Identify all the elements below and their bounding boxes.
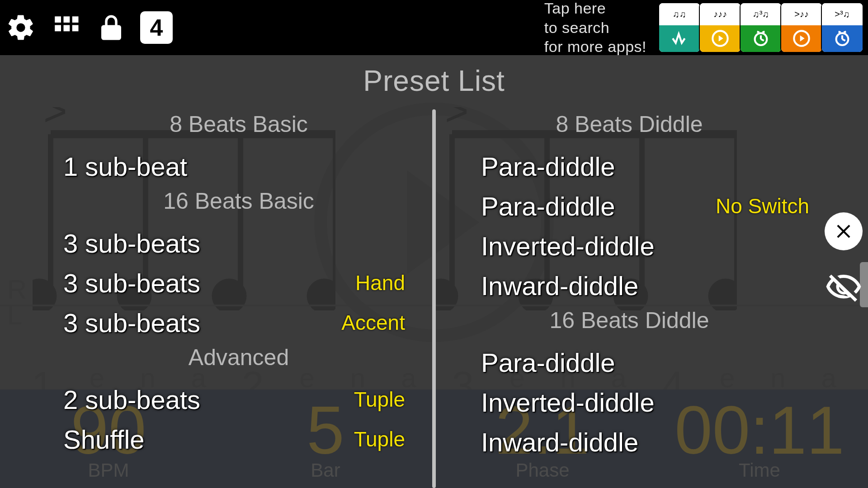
settings-icon[interactable] (5, 11, 37, 44)
preset-col-left: 8 Beats Basic1 sub-beat16 Beats Basic3 s… (45, 109, 432, 488)
app-tile-bot (781, 25, 822, 52)
preset-section-header: 8 Beats Diddle (436, 111, 823, 137)
app-tile-top: >♪♪ (781, 3, 822, 25)
preset-item-name: Shuffle (63, 424, 145, 455)
app-tile-bot (741, 25, 781, 52)
preset-list-panel: Preset List 8 Beats Basic1 sub-beat16 Be… (0, 55, 868, 488)
app-tile-2[interactable]: ♫³♫ (740, 2, 782, 53)
top-bar: 4 Tap here to search for more apps! ♫♫♪♪… (0, 0, 868, 55)
promo-line: for more apps! (544, 38, 646, 55)
app-tile-top: ♪♪♪ (700, 3, 741, 25)
app-tile-bot (822, 25, 863, 52)
preset-item[interactable]: 3 sub-beats (45, 223, 432, 263)
preset-item[interactable]: 3 sub-beatsHand (45, 263, 432, 303)
preset-item-name: Inverted-diddle (481, 387, 655, 418)
preset-section-header: Advanced (45, 344, 432, 371)
preset-item-tag: Tuple (354, 427, 419, 451)
preset-item-tag: Hand (355, 271, 419, 295)
preset-item-name: 1 sub-beat (63, 151, 187, 182)
visibility-off-icon (825, 268, 863, 307)
app-tile-top: ♫♫ (659, 3, 700, 25)
app-tile-1[interactable]: ♪♪♪ (699, 2, 741, 53)
preset-item[interactable]: 3 sub-beatsAccent (45, 303, 432, 343)
hide-button[interactable] (825, 268, 863, 306)
app-tile-3[interactable]: >♪♪ (780, 2, 823, 53)
preset-item[interactable]: Inverted-diddle (436, 382, 823, 422)
preset-item[interactable]: Inward-diddle (436, 266, 823, 305)
preset-list-title: Preset List (0, 55, 868, 98)
preset-item[interactable]: Inward-diddle (436, 422, 823, 462)
preset-item-tag: No Switch (716, 194, 809, 218)
preset-section-header: 16 Beats Diddle (436, 307, 823, 333)
preset-item[interactable]: Inverted-diddle (436, 226, 823, 266)
preset-section-header: 8 Beats Basic (45, 111, 432, 137)
preset-section-header: 16 Beats Basic (45, 188, 432, 214)
promo-line: to search (544, 19, 609, 36)
preset-item-name: Inverted-diddle (481, 231, 655, 261)
app-tile-top: ♫³♫ (741, 3, 781, 25)
preset-col-right: 8 Beats DiddlePara-diddlePara-diddleNo S… (436, 109, 823, 488)
time-signature-button[interactable]: 4 (140, 11, 173, 44)
close-button[interactable] (825, 212, 863, 250)
close-icon (832, 220, 855, 243)
app-tiles: ♫♫♪♪♪♫³♫>♪♪>³♫ (660, 2, 863, 53)
preset-item-name: Para-diddle (481, 347, 615, 378)
preset-item-tag: Tuple (354, 387, 419, 412)
preset-item[interactable]: Para-diddle (436, 343, 823, 382)
preset-item-name: Para-diddle (481, 191, 615, 221)
app-tile-0[interactable]: ♫♫ (658, 2, 701, 53)
preset-item-name: Para-diddle (481, 151, 615, 182)
preset-item-name: Inward-diddle (481, 271, 638, 301)
preset-item[interactable]: ShuffleTuple (45, 419, 432, 459)
preset-item-name: 3 sub-beats (63, 268, 200, 298)
app-tile-top: >³♫ (822, 3, 863, 25)
lock-icon[interactable] (95, 11, 127, 44)
preset-col-separator (432, 109, 436, 488)
preset-item-name: Inward-diddle (481, 427, 638, 457)
preset-item[interactable]: Para-diddle (436, 146, 823, 186)
preset-item[interactable]: Para-diddleNo Switch (436, 186, 823, 226)
preset-item[interactable]: 2 sub-beatsTuple (45, 380, 432, 419)
preset-item[interactable]: 1 sub-beat (45, 146, 432, 186)
preset-item-name: 2 sub-beats (63, 385, 200, 415)
app-tile-bot (659, 25, 700, 52)
grid-icon[interactable] (50, 11, 82, 44)
app-tile-bot (700, 25, 741, 52)
promo-line: Tap here (544, 0, 606, 17)
preset-item-name: 3 sub-beats (63, 228, 200, 258)
top-bar-left: 4 (5, 11, 173, 44)
preset-item-tag: Accent (341, 310, 419, 335)
promo-banner[interactable]: Tap here to search for more apps! (544, 0, 646, 56)
fab-column (825, 212, 863, 306)
preset-item-name: 3 sub-beats (63, 308, 200, 338)
app-tile-4[interactable]: >³♫ (821, 2, 863, 53)
